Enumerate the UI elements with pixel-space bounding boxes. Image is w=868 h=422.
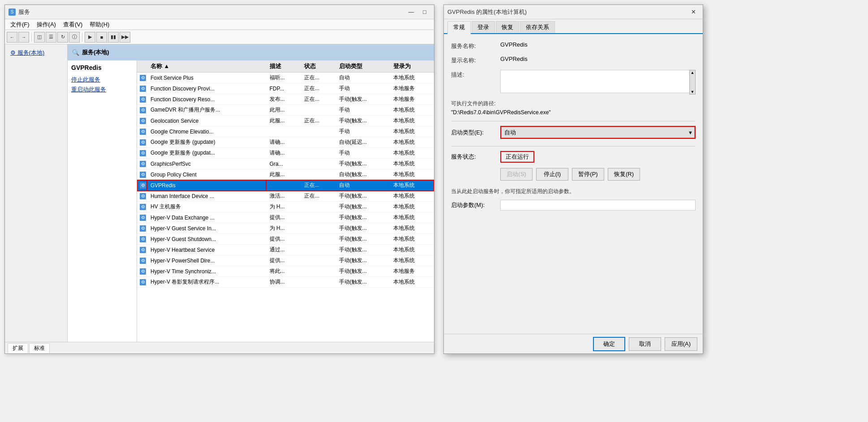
gear-icon: [140, 172, 146, 178]
col-name[interactable]: 名称 ▲: [147, 60, 266, 73]
table-row[interactable]: GraphicsPerfSvcGra...手动(触发...本地系统: [137, 159, 434, 169]
title-bar-left: S 服务: [9, 8, 30, 16]
menu-help[interactable]: 帮助(H): [86, 20, 113, 30]
toolbar-restart[interactable]: ▶▶: [120, 32, 130, 43]
service-status-label: 服务状态:: [451, 153, 500, 161]
toolbar-back[interactable]: ←: [7, 32, 17, 43]
service-desc-cell: 请确...: [266, 137, 301, 148]
tab-logon[interactable]: 登录: [472, 21, 495, 33]
startup-params-input[interactable]: [500, 200, 696, 211]
toolbar-refresh[interactable]: ↻: [57, 32, 68, 43]
description-textarea[interactable]: [500, 70, 696, 93]
toolbar-forward[interactable]: →: [18, 32, 29, 43]
apply-button[interactable]: 应用(A): [665, 337, 697, 351]
toolbar-play[interactable]: ▶: [85, 32, 95, 43]
table-row[interactable]: GVPRedis正在...自动本地系统: [137, 180, 434, 191]
tab-dependencies[interactable]: 依存关系: [520, 21, 555, 33]
table-row[interactable]: Hyper-V 卷影复制请求程序...协调...手动(触发...本地系统: [137, 277, 434, 288]
table-row[interactable]: HV 主机服务为 H...手动(触发...本地系统: [137, 202, 434, 212]
service-name-cell: Google 更新服务 (gupdat...: [147, 148, 266, 159]
col-logon[interactable]: 登录为: [390, 60, 434, 73]
table-row[interactable]: Hyper-V Guest Service In...为 H...手动(触发..…: [137, 223, 434, 234]
table-row[interactable]: Hyper-V Time Synchroniz...将此...手动(触发...本…: [137, 266, 434, 277]
service-desc-cell: 为 H...: [266, 202, 301, 212]
tab-recovery[interactable]: 恢复: [496, 21, 519, 33]
startup-type-select[interactable]: 自动(延迟启动) 自动 手动 禁用: [501, 127, 695, 138]
service-status-row: 服务状态: 正在运行: [451, 151, 696, 163]
service-startup-cell: 自动: [335, 73, 390, 83]
menu-action[interactable]: 操作(A): [33, 20, 60, 30]
service-icon-cell: [137, 159, 147, 169]
menu-view[interactable]: 查看(V): [60, 20, 86, 30]
table-row[interactable]: Human Interface Device ...激活...正在...手动(触…: [137, 191, 434, 202]
table-row[interactable]: Function Discovery Provi...FDP...正在...手动…: [137, 83, 434, 94]
props-tabs: 常规 登录 恢复 依存关系: [444, 19, 703, 34]
startup-params-row: 启动参数(M):: [451, 200, 696, 211]
table-row[interactable]: Hyper-V Guest Shutdown...提供...手动(触发...本地…: [137, 234, 434, 245]
toolbar-pause[interactable]: ▮▮: [108, 32, 119, 43]
col-status[interactable]: 状态: [301, 60, 335, 73]
service-desc-cell: [266, 126, 301, 137]
col-icon[interactable]: [137, 60, 147, 73]
props-close-button[interactable]: ✕: [688, 8, 699, 17]
table-row[interactable]: Group Policy Client此服...自动(触发...本地系统: [137, 169, 434, 180]
maximize-button[interactable]: □: [419, 8, 430, 17]
service-icon-cell: [137, 245, 147, 255]
props-body: 服务名称: GVPRedis 显示名称: GVPRedis 描述: ▲ ▼ 可执…: [444, 34, 703, 334]
service-logon-cell: 本地系统: [390, 234, 434, 245]
sidebar-services-local[interactable]: ⚙ 服务(本地): [8, 47, 64, 59]
service-desc-cell: 将此...: [266, 266, 301, 277]
props-dialog: GVPRedis 的属性(本地计算机) ✕ 常规 登录 恢复 依存关系 服务名称…: [443, 4, 703, 354]
toolbar-view2[interactable]: ☰: [46, 32, 56, 43]
table-row[interactable]: Hyper-V PowerShell Dire...提供...手动(触发...本…: [137, 255, 434, 266]
col-startup[interactable]: 启动类型: [335, 60, 390, 73]
stop-button[interactable]: 停止(I): [536, 168, 568, 181]
service-desc-cell: 提供...: [266, 255, 301, 266]
minimize-button[interactable]: —: [405, 8, 417, 17]
toolbar-stop[interactable]: ■: [96, 32, 107, 43]
col-desc[interactable]: 描述: [266, 60, 301, 73]
toolbar-view1[interactable]: ◫: [34, 32, 45, 43]
resume-button[interactable]: 恢复(R): [608, 168, 640, 181]
table-row[interactable]: Google 更新服务 (gupdat...请确...手动本地系统: [137, 148, 434, 159]
table-row[interactable]: Function Discovery Reso...发布...正在...手动(触…: [137, 94, 434, 105]
gear-icon: [140, 204, 146, 210]
table-row[interactable]: Hyper-V Heartbeat Service通过...手动(触发...本地…: [137, 245, 434, 255]
toolbar-info[interactable]: ⓘ: [69, 32, 80, 43]
service-status-cell: 正在...: [301, 83, 335, 94]
exec-path-row: 可执行文件的路径: "D:\Redis7.0.4\bin\GVPRedisSer…: [451, 100, 696, 116]
desc-scroll-down[interactable]: ▼: [690, 90, 695, 94]
start-button[interactable]: 启动(S): [500, 168, 533, 181]
service-desc-cell: 激活...: [266, 191, 301, 202]
table-row[interactable]: Hyper-V Data Exchange ...提供...手动(触发...本地…: [137, 212, 434, 223]
ok-button[interactable]: 确定: [593, 337, 625, 351]
service-name-value: GVPRedis: [500, 41, 696, 48]
tab-general[interactable]: 常规: [447, 21, 471, 34]
service-logon-cell: 本地系统: [390, 180, 434, 191]
gear-icon: [140, 96, 146, 103]
table-row[interactable]: GameDVR 和广播用户服务...此用...手动本地系统: [137, 105, 434, 116]
table-row[interactable]: Geolocation Service此服...正在...手动(触发...本地系…: [137, 116, 434, 126]
pause-button[interactable]: 暂停(P): [572, 168, 604, 181]
startup-type-row: 启动类型(E): 自动(延迟启动) 自动 手动 禁用 ▼: [451, 126, 696, 139]
service-logon-cell: 本地系统: [390, 245, 434, 255]
menu-file[interactable]: 文件(F): [7, 20, 33, 30]
desc-scroll-up[interactable]: ▲: [690, 70, 695, 75]
restart-service-link[interactable]: 重启动此服务: [71, 86, 133, 94]
table-row[interactable]: Foxit Service Plus福听...正在...自动本地系统: [137, 73, 434, 83]
tab-standard[interactable]: 标准: [29, 343, 50, 353]
service-logon-cell: 本地服务: [390, 94, 434, 105]
service-status-cell: 正在...: [301, 191, 335, 202]
service-name-row: 服务名称: GVPRedis: [451, 41, 696, 50]
table-row[interactable]: Google 更新服务 (gupdate)请确...自动(延迟...本地系统: [137, 137, 434, 148]
service-logon-cell: 本地系统: [390, 169, 434, 180]
stop-service-link[interactable]: 停止此服务: [71, 76, 133, 84]
service-status-cell: [301, 159, 335, 169]
cancel-button[interactable]: 取消: [629, 337, 661, 351]
service-name-cell: Hyper-V Time Synchroniz...: [147, 266, 266, 277]
service-name-cell: Human Interface Device ...: [147, 191, 266, 202]
tab-expand[interactable]: 扩展: [8, 343, 28, 353]
table-row[interactable]: Google Chrome Elevatio...手动本地系统: [137, 126, 434, 137]
service-name-cell: Geolocation Service: [147, 116, 266, 126]
hint-text: 当从此处启动服务时，你可指定所适用的启动参数。: [451, 188, 696, 195]
